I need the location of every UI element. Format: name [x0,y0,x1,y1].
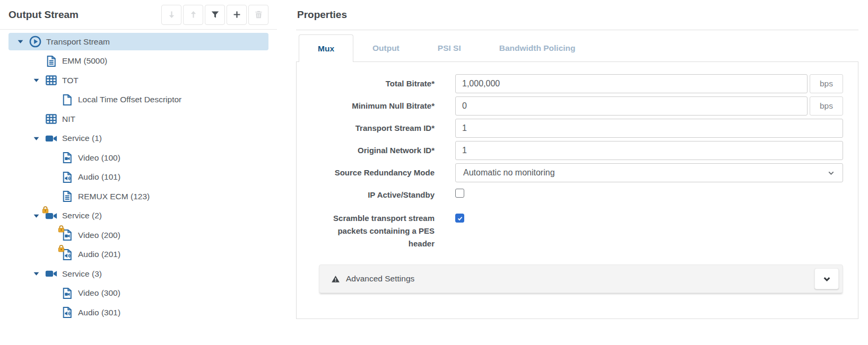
properties-tabs: MuxOutputPSI SIBandwidth Policing [296,30,858,62]
check-icon [457,215,463,222]
lock-icon [57,244,65,252]
original-network-id-input[interactable] [455,141,843,160]
tree-item-audio-101[interactable]: Audio (101) [8,169,268,186]
ip-active-standby-checkbox[interactable] [455,189,464,198]
ip-active-standby-label: IP Active/Standby [305,189,435,201]
output-stream-tree: Transport Stream EMM (5000) TOT Local Ti… [0,30,277,321]
source-redundancy-mode-label: Source Redundancy Mode [305,163,435,182]
tree-item-label: Service (1) [62,134,102,143]
doc-audio-icon [60,306,74,319]
minimum-null-bitrate-input[interactable] [455,96,808,116]
total-bitrate-input[interactable] [455,74,808,93]
tree-item-label: TOT [62,76,79,85]
tree-item-label: REMUX ECM (123) [78,192,150,201]
tree-item-label: Video (200) [78,231,120,240]
tree-item-label: Service (2) [62,211,102,220]
tree-item-audio-201[interactable]: Audio (201) [8,246,268,263]
scramble-pes-row: Scramble transport stream packets contai… [297,212,858,250]
tree-item-label: Audio (101) [78,172,120,182]
filter-icon [210,10,220,20]
tree-item-label: EMM (5000) [62,56,107,66]
tree-item-label: Transport Stream [46,37,110,47]
properties-header: Properties [296,0,858,30]
arrow-down-icon [167,10,177,20]
tree-item-emm-5000[interactable]: EMM (5000) [8,52,268,70]
tree-item-service-3[interactable]: Service (3) [8,265,268,282]
move-down-button [161,5,181,25]
tree-item-label: Video (300) [78,288,120,298]
tree-item-video-100[interactable]: Video (100) [8,149,268,166]
tab-output[interactable]: Output [353,34,419,61]
output-stream-panel: Output Stream Transport Stream EMM (5000… [0,0,277,323]
delete-button [248,5,268,25]
properties-title: Properties [297,9,347,21]
trash-icon [254,10,264,20]
doc-audio-icon [60,171,74,184]
caret-down-icon[interactable] [31,270,41,277]
move-up-button [183,5,203,25]
tree-item-label: Audio (201) [78,250,120,259]
tree-item-remux-ecm-123[interactable]: REMUX ECM (123) [8,188,268,205]
transport-stream-id-row: Transport Stream ID* [297,119,858,138]
caret-down-icon[interactable] [15,38,25,45]
tree-item-service-1[interactable]: Service (1) [8,130,268,147]
source-redundancy-mode-select[interactable]: Automatic no monitoring [455,163,843,182]
tree-item-tot[interactable]: TOT [8,72,268,89]
table-icon [45,112,58,126]
tree-item-label: NIT [62,114,75,124]
tab-mux[interactable]: Mux [299,34,353,62]
total-bitrate-unit: bps [810,74,843,93]
warning-icon [331,275,340,284]
caret-down-icon[interactable] [31,213,41,219]
arrow-up-icon [188,10,198,20]
camera-icon [45,209,58,223]
mux-tab-panel: Total Bitrate* bps Minimum Null Bitrate*… [296,62,858,319]
original-network-id-row: Original Network ID* [297,141,858,160]
tree-item-label: Audio (301) [78,308,120,317]
source-redundancy-mode-value: Automatic no monitoring [463,168,555,178]
output-stream-title: Output Stream [8,9,79,21]
doc-lines-icon [45,55,58,68]
tab-bandwidth-policing[interactable]: Bandwidth Policing [480,34,595,61]
advanced-settings-expand-button[interactable] [814,268,839,289]
doc-video-icon [60,287,74,300]
filter-button[interactable] [205,5,225,25]
tree-item-video-300[interactable]: Video (300) [8,285,268,302]
caret-down-icon[interactable] [31,77,41,84]
lock-icon [57,225,65,233]
output-stream-header: Output Stream [0,0,277,30]
camera-icon [45,132,58,145]
minimum-null-bitrate-unit: bps [810,96,843,116]
doc-audio-icon [60,248,74,261]
scramble-pes-checkbox[interactable] [455,214,464,223]
scramble-pes-label: Scramble transport stream packets contai… [314,212,435,250]
advanced-settings-bar[interactable]: Advanced Settings [319,264,843,293]
tree-item-label: Video (100) [78,153,120,163]
tree-item-transport-stream[interactable]: Transport Stream [8,33,268,50]
doc-video-icon [60,151,74,164]
transport-stream-id-input[interactable] [455,119,843,138]
chevron-down-icon [827,169,835,177]
tab-psi-si[interactable]: PSI SI [419,34,480,61]
add-button[interactable] [227,5,247,25]
advanced-settings-label: Advanced Settings [346,274,814,284]
doc-lines-icon [60,190,74,203]
tree-item-nit[interactable]: NIT [8,110,268,128]
source-redundancy-mode-row: Source Redundancy Mode Automatic no moni… [297,163,858,182]
plus-icon [232,10,242,20]
tree-item-label: Service (3) [62,269,102,279]
tree-toolbar [161,5,268,25]
lock-icon [41,206,49,214]
chevron-down-icon [822,275,831,284]
tree-item-local-time-offset-descriptor[interactable]: Local Time Offset Descriptor [8,91,268,109]
total-bitrate-row: Total Bitrate* bps [297,74,858,93]
tree-item-audio-301[interactable]: Audio (301) [8,304,268,321]
tree-item-video-200[interactable]: Video (200) [8,226,268,244]
transport-stream-id-label: Transport Stream ID* [305,119,435,138]
caret-down-icon[interactable] [31,135,41,142]
ip-active-standby-row: IP Active/Standby [297,189,858,201]
camera-icon [45,267,58,280]
minimum-null-bitrate-label: Minimum Null Bitrate* [305,96,435,116]
original-network-id-label: Original Network ID* [305,141,435,160]
tree-item-service-2[interactable]: Service (2) [8,207,268,225]
